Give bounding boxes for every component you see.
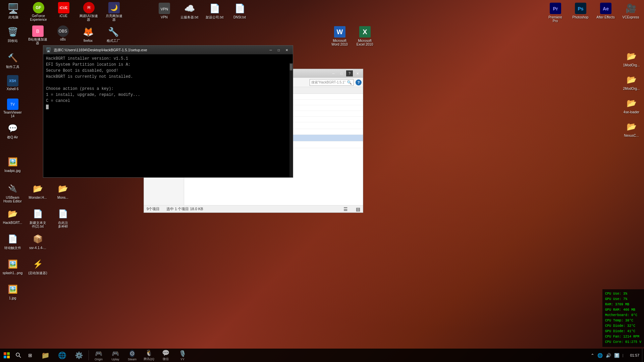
taskbar-pinned-fileexplorer[interactable]: 📁 [37,349,54,362]
explorer-help-circle-button[interactable]: ? [356,79,362,85]
desktop-icon-loadpicjpg[interactable]: 🖼️ loadpic.jpg [0,154,25,178]
taskbar-search-button[interactable] [13,349,23,362]
desktop-icon-geforce[interactable]: GF GeForceExperience [26,1,51,24]
qq-icon: 🐧 [145,349,153,357]
desktop-icon-premiere[interactable]: Pr PremierePro [543,1,568,24]
desktop-icon-bilibili[interactable]: B B站推播加速器 [25,24,50,48]
desktop-icon-cloud[interactable]: ☁️ 云服务器.txt [177,1,202,24]
desktop-icon-mons2[interactable]: 📂 Mons... [50,181,75,204]
sysinfo-line-cpu-fan: CPU Fan: 1214 RPM [605,334,641,340]
desktop-icon-xshell6[interactable]: XSH Xshell 6 [0,74,25,97]
taskbar-qq[interactable]: 🐧 腾讯QQ [141,349,157,362]
taskbar-yy[interactable]: 🎙️ YY [174,349,191,362]
explorer-close-button[interactable]: ✕ [354,70,361,76]
taskbar-origin[interactable]: 🎮 Origin [90,349,107,362]
desktop-icon-usbeam[interactable]: 🔌 USBeamHosts Editor [0,181,25,204]
desktop-icon-photoshop[interactable]: Ps Photoshop [568,1,593,24]
terminal-line-7: 1 = install, upgrade, repair, modify... [46,92,290,98]
svg-text:W: W [336,28,343,36]
tray-network-icon[interactable]: 🌐 [597,352,603,359]
tray-battery-icon[interactable]: ⬆️ [613,352,620,359]
desktop-icon-zaicizhu[interactable]: 📄 在此注多种样 [50,206,75,230]
desktop-icon-nexusc[interactable]: 📂 NexusC... [619,119,644,142]
desktop-icon-icue[interactable]: iCUE iCUE [51,1,76,24]
desktop-icon-zhizuogongju[interactable]: 🔨 制作工具 [0,50,25,74]
desktop-icon-jiashegongsi[interactable]: 📄 架设公司.txt [202,1,227,24]
taskbar-pinned-settings[interactable]: ⚙️ [70,349,87,362]
desktop-icon-luyue[interactable]: 🌙 月亮网加速器 [101,1,126,24]
desktop-icon-zhuandong[interactable]: 📄 转动触文件 [0,231,25,255]
explorer-minimize-button[interactable]: ─ [330,70,337,76]
terminal-cursor [46,105,49,109]
sysinfo-line-gpu-ram: GPU RAM: 466 MB [605,307,641,313]
terminal-scrollthumb[interactable] [290,64,292,70]
desktop-icon-ssr[interactable]: 📦 ssr-4.1.4-... [25,231,50,255]
desktop-icon-diannaochuzu[interactable]: 🖥️ 此电脑 [1,1,26,24]
terminal-line-1: HackBGRT installer version: v1.5.1 [46,56,290,62]
desktop-icon-firefox[interactable]: 🦊 firefox [75,24,101,48]
desktop-icon-dns[interactable]: 📄 DNSt.txt [227,1,252,24]
view-list-button[interactable]: ☰ [343,206,348,212]
desktop-icon-recycle[interactable]: 🗑️ 回收站 [0,24,25,48]
terminal-minimize-button[interactable]: ─ [267,47,274,53]
explorer-maximize-button[interactable]: □ [338,70,345,76]
taskbar-taskview-button[interactable]: ⊞ [23,349,37,362]
sysinfo-line-cpu-use: CPU Use: 3% [605,291,641,297]
desktop-icon-netease[interactable]: 网 网易UU加速器 [76,1,101,24]
desktop-icon-jiasuqi[interactable]: ⚡ (启动加速器) [25,256,50,280]
desktop-icon-vpn[interactable]: VPN VPN [152,1,177,24]
terminal-window[interactable]: 🖥️ 选择C:\Users\11694\Desktop\HackBGRT-1.5… [43,45,293,178]
tray-volume-icon[interactable]: 🔊 [605,352,612,359]
taskbar-wechat[interactable]: 💬 微信 [157,349,174,362]
terminal-scrollbar[interactable] [289,63,293,177]
sysinfo-line-ram: RAM: 3709 MB [605,302,641,307]
desktop-icon-splash[interactable]: 🖼️ splash1...png [0,256,25,280]
explorer-help-button[interactable]: ? [346,70,353,76]
explorer-search-icon: 🔍 [347,80,352,85]
svg-rect-12 [4,352,6,355]
desktop-icon-aftereffects[interactable]: Ae After Effects [593,1,618,24]
desktop-icon-vcexpress[interactable]: 🎥 VCExpress [618,1,643,24]
sysinfo-line-cpu-core: CPU Core: 01:275 V [605,340,641,345]
show-desktop-button[interactable] [642,349,644,362]
desktop-icon-excel2010[interactable]: X MicrosoftExcel 2010 [352,24,377,48]
terminal-maximize-button[interactable]: □ [275,47,282,53]
explorer-search-box[interactable]: 搜索"HackBGRT-1.5.1" 🔍 [310,79,354,86]
taskbar-steam[interactable]: ⚙ Steam [124,349,141,362]
terminal-line-2: EFI System Partition location is A: [46,62,290,68]
desktop-icon-1jpg[interactable]: 🖼️ 1.jpg [0,282,25,305]
terminal-content: HackBGRT installer version: v1.5.1 EFI S… [43,54,293,169]
qq-label: 腾讯QQ [144,357,154,361]
desktop: 🖥️ 此电脑 GF GeForceExperience iCUE iCUE 网 … [0,0,644,362]
desktop-icon-hackbgrt[interactable]: 📂 HackBGRT... [0,206,25,230]
taskbar-pinned-browser[interactable]: 🌐 [54,349,70,362]
svg-rect-15 [7,356,10,358]
svg-point-16 [16,353,19,356]
taskbar-clock[interactable]: 01:57 [627,353,642,357]
desktop-icon-qair[interactable]: 💬 都Q Air [0,121,25,144]
desktop-icon-newtxt[interactable]: 📄 新建文本文件(2).txt [25,206,50,230]
view-detail-button[interactable]: ▤ [356,206,360,212]
desktop-icon-2modorg[interactable]: 📂 2ModOrg... [619,72,644,96]
svg-text:X: X [363,28,367,36]
wechat-icon: 💬 [162,349,169,357]
desktop-icon-monster[interactable]: 📂 Monster.H... [25,181,50,204]
desktop-icon-teamviewer[interactable]: TV TeamViewer14 [0,97,25,121]
sysinfo-line-cpu-temp: CPU Temp: 38°C [605,318,641,323]
desktop-icon-1modorg[interactable]: 📂 1ModOrg... [619,49,644,72]
steam-label: Steam [128,358,137,361]
desktop-icon-obs[interactable]: OBS oBs [50,24,75,48]
browser-icon: 🌐 [58,351,66,359]
taskbar-start-button[interactable] [0,349,13,362]
desktop-icon-word2010[interactable]: W MicrosoftWord 2010 [327,24,352,48]
desktop-icon-4seloader[interactable]: 📂 4se-loader [619,96,644,119]
sysinfo-panel: CPU Use: 3% GPU Use: 7% RAM: 3709 MB GPU… [602,289,644,347]
terminal-line-4: HackBGRT is currently not installed. [46,74,290,80]
tray-chevron-icon[interactable]: ⌃ [590,352,595,359]
origin-icon: 🎮 [95,350,102,357]
terminal-line-9 [46,104,290,110]
steam-icon: ⚙ [129,350,135,357]
taskbar-uplay[interactable]: 🎮 Uplay [107,349,124,362]
terminal-close-button[interactable]: ✕ [283,47,290,53]
desktop-icon-geshigongchang[interactable]: 🔧 格式工厂 [101,24,126,48]
